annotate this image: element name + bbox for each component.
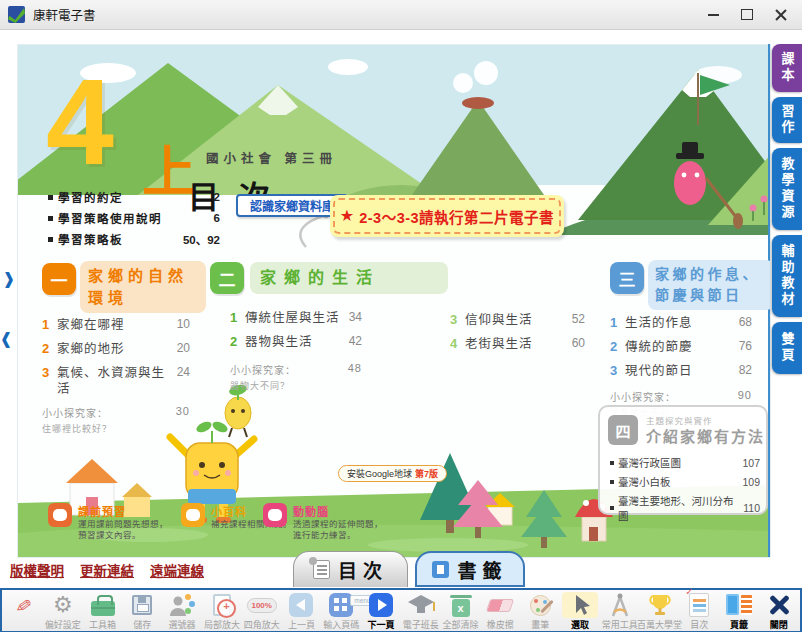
right-arrow-icon xyxy=(369,593,393,617)
toolbar-partial-zoom-button[interactable]: 局部放大 xyxy=(203,592,241,631)
explorer-question: 住哪裡比較好？ xyxy=(42,422,190,435)
remote-connect-link[interactable]: 遠端連線 xyxy=(150,560,204,580)
tab-supplementary-materials[interactable]: 輔助教材 xyxy=(772,235,802,317)
toc-item[interactable]: 學習策略板 50、92 xyxy=(48,231,220,247)
tab-teaching-resources[interactable]: 教學資源 xyxy=(772,148,802,230)
books-icon xyxy=(724,593,754,617)
minimize-button[interactable] xyxy=(696,4,730,26)
explorer-label: 小小探究家： xyxy=(230,362,296,377)
trash-icon xyxy=(452,599,470,617)
app-logo-icon xyxy=(8,6,25,23)
toc-item[interactable]: 1 傳統住屋與生活 34 xyxy=(230,310,362,326)
legend-desc: 透過課程的延伸問題， xyxy=(293,519,405,530)
google-earth-version: 第7版 xyxy=(415,467,438,480)
toolbar-quiz-game-button[interactable]: 百萬大學堂 xyxy=(641,592,679,631)
item-page-number: 109 xyxy=(742,476,760,488)
toc-item[interactable]: 3 現代的節日 82 xyxy=(610,363,752,379)
chevron-left-icon[interactable]: ‹ xyxy=(1,317,11,358)
toolbar-close-button[interactable]: 關閉 xyxy=(760,592,798,631)
explorer-label: 小小探究家： xyxy=(42,405,108,420)
toc-item[interactable]: 學習的約定 2 xyxy=(48,189,220,205)
toolbar-page-number-input-button[interactable]: menu 輸入頁碼 xyxy=(322,592,360,631)
footer-tab-bookmark[interactable]: 書籤 xyxy=(415,551,525,587)
unit4-title[interactable]: 介紹家鄉有方法 xyxy=(646,425,765,446)
tab-textbook[interactable]: 課本 xyxy=(772,44,802,92)
tab-double-page[interactable]: 雙頁 xyxy=(772,322,802,374)
toolbar-e-class-leader-button[interactable]: 電子班長 xyxy=(402,592,440,631)
toc-item[interactable]: 1 生活的作息 68 xyxy=(610,315,752,331)
toolbar-preferences-button[interactable]: 偏好設定 xyxy=(44,592,82,631)
toc-item[interactable]: 2 家鄉的地形 20 xyxy=(42,341,190,357)
save-icon xyxy=(132,595,152,615)
item-page-number: 90 xyxy=(738,389,752,404)
item-page-number: 110 xyxy=(743,502,760,514)
bookmark-icon xyxy=(432,561,449,578)
disc-notice-sticker: ★ 2-3～3-3請執行第二片電子書 xyxy=(330,195,564,237)
update-link[interactable]: 更新連結 xyxy=(80,560,134,580)
toolbar-laser-pen-button[interactable] xyxy=(4,592,42,631)
legend-title: 課前預習 xyxy=(78,503,186,519)
toolbar-paintbrush-button[interactable]: 畫筆 xyxy=(521,592,559,631)
unit3-title[interactable]: 家鄉的作息、節慶與節日 xyxy=(648,260,770,310)
gear-icon xyxy=(53,592,73,618)
chevron-right-icon[interactable]: › xyxy=(4,257,14,298)
toc-item[interactable]: 臺灣小白板 109 xyxy=(610,474,760,489)
item-page-number: 68 xyxy=(739,315,752,329)
item-title: 學習的約定 xyxy=(58,189,123,205)
unit2-explorer[interactable]: 小小探究家： 48 器物大不同？ xyxy=(230,362,362,392)
item-title: 學習策略使用說明 xyxy=(58,210,162,226)
checklist-icon xyxy=(689,593,709,617)
tab-workbook[interactable]: 習作 xyxy=(772,97,802,143)
explorer-question: 器物大不同？ xyxy=(230,379,362,392)
compass-icon xyxy=(602,592,638,618)
copyright-link[interactable]: 版權聲明 xyxy=(10,560,64,580)
unit1-title[interactable]: 家鄉的自然環境 xyxy=(80,261,206,313)
unit2-number-badge: 二 xyxy=(210,262,244,294)
toolbar-clear-all-button[interactable]: 全部清除 xyxy=(442,592,480,631)
item-title: 氣候、水資源與生活 xyxy=(57,365,173,397)
item-title: 器物與生活 xyxy=(245,334,345,350)
item-page-number: 34 xyxy=(349,310,362,324)
toolbar-number-picker-button[interactable]: 選號器 xyxy=(163,592,201,631)
item-title: 臺灣主要地形、河川分布圖 xyxy=(618,493,743,523)
toc-item[interactable]: 2 器物與生活 42 xyxy=(230,334,362,350)
item-number: 2 xyxy=(610,339,625,354)
legend-brainstorm: 動動腦 透過課程的延伸問題， 進行能力練習。 xyxy=(263,503,405,541)
footer-tab-toc[interactable]: 目次 xyxy=(293,551,408,587)
cursor-icon xyxy=(562,592,598,618)
toolbar-common-tools-button[interactable]: 常用工具 xyxy=(601,592,639,631)
toolbar-toc-button[interactable]: 目次 xyxy=(680,592,718,631)
item-number: 2 xyxy=(230,334,245,349)
titlebar: 康軒電子書 xyxy=(0,0,802,30)
toc-item[interactable]: 臺灣行政區圖 107 xyxy=(610,455,760,470)
toc-item[interactable]: 1 家鄉在哪裡 10 xyxy=(42,317,190,333)
toc-item[interactable]: 2 傳統的節慶 76 xyxy=(610,339,752,355)
toolbar-eraser-button[interactable]: 橡皮擦 xyxy=(481,592,519,631)
toc-item[interactable]: 4 老街與生活 60 xyxy=(450,336,585,352)
toc-item[interactable]: 3 氣候、水資源與生活 24 xyxy=(42,365,190,397)
item-page-number: 50、92 xyxy=(183,231,220,247)
toolbar-next-page-button[interactable]: 下一頁 xyxy=(362,592,400,631)
toolbar-page-tabs-button[interactable]: 頁籤 xyxy=(720,592,758,631)
google-earth-label: 安裝Google地球 xyxy=(347,467,412,480)
toolbar-select-button[interactable]: 選取 xyxy=(561,592,599,631)
toolbar-corner-zoom-button[interactable]: 100% 四角放大 xyxy=(243,592,281,631)
toolbar-toolbox-button[interactable]: 工具箱 xyxy=(84,592,122,631)
item-page-number: 52 xyxy=(572,312,585,326)
toc-item[interactable]: 臺灣主要地形、河川分布圖 110 xyxy=(610,493,760,523)
eraser-icon xyxy=(486,599,514,612)
maximize-button[interactable] xyxy=(730,4,764,26)
item-title: 老街與生活 xyxy=(465,336,568,352)
toc-item[interactable]: 3 信仰與生活 52 xyxy=(450,312,585,328)
legend-desc: 進行能力練習。 xyxy=(293,530,405,541)
close-window-button[interactable] xyxy=(764,4,798,26)
textbook-page: 4 上 國小社會 第三冊 目次 學習的約定 2 學習策略使用說明 6 學習策略板… xyxy=(18,45,770,557)
unit2-title[interactable]: 家鄉的生活 xyxy=(250,262,448,294)
close-x-icon xyxy=(767,593,791,617)
toolbar-save-button[interactable]: 儲存 xyxy=(123,592,161,631)
unit1-explorer[interactable]: 小小探究家： 30 住哪裡比較好？ xyxy=(42,405,190,435)
toolbar-prev-page-button[interactable]: 上一頁 xyxy=(282,592,320,631)
item-title: 傳統住屋與生活 xyxy=(245,310,345,326)
item-number: 4 xyxy=(450,336,465,351)
toc-item[interactable]: 學習策略使用說明 6 xyxy=(48,210,220,226)
